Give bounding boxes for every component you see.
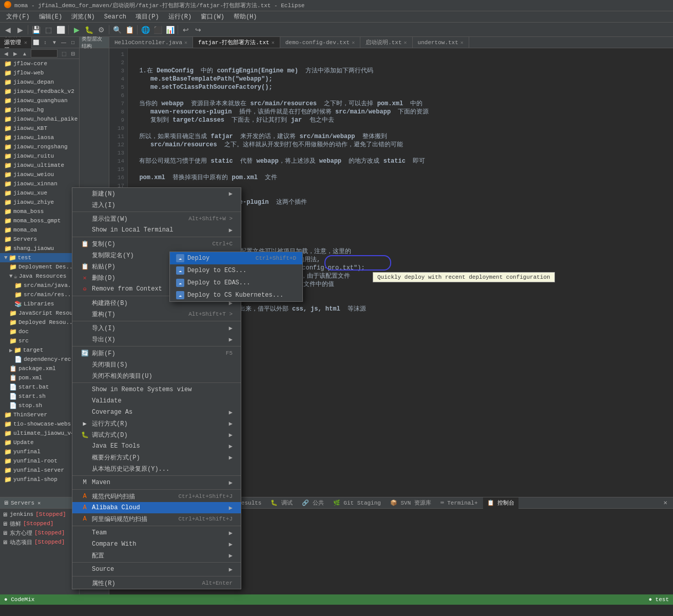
server-dongtai[interactable]: 🖥 动态项目 [Stopped] [0,537,79,547]
tree-item-package-xml[interactable]: 📋package.xml [0,364,79,373]
sidebar-max-btn[interactable]: □ [69,38,77,47]
ctx-copy[interactable]: 📋 复制(C) Ctrl+C [72,238,241,249]
sidebar-menu-btn[interactable]: ▼ [50,38,59,47]
ctx-ali-code-scan[interactable]: A 阿里编码规范约扫描 Ctrl+Alt+Shift+J [72,513,241,525]
ctx-close-unrelated[interactable]: 关闭不相关的项目(U) [72,370,241,381]
ctx-new[interactable]: 新建(N) ▶ [72,188,241,199]
ctx-enter[interactable]: 进入(I) [72,199,241,210]
tree-item-jiaowu-depan[interactable]: 📁jiaowu_depan [0,78,79,87]
tree-item-ultimate-jiaowu[interactable]: 📁ultimate_jiaowu_v4.3... [0,429,79,438]
ctx-team[interactable]: Team ▶ [72,527,241,538]
tree-item-jiaowu-xinnan[interactable]: 📁jiaowu_xinnan [0,179,79,188]
tree-item-stop-sh[interactable]: 📄stop.sh [0,401,79,410]
deploy-item-deploy[interactable]: ☁ Deploy Ctrl+Shift+D [170,252,302,264]
tree-item-tio-showcase[interactable]: 📁tio-showcase-webs... [0,419,79,429]
sidebar-tab-project-explorer[interactable]: 项目资源管理器 ✕ [0,37,32,48]
tree-item-deployment-des[interactable]: 📁Deployment Des... [0,262,79,272]
tab-fatjar-close-icon[interactable]: ✕ [272,40,275,46]
menu-navigate[interactable]: 浏览(N) [67,11,99,22]
ctx-code-scan[interactable]: A 规范代码约扫描 Ctrl+Alt+Shift+J [72,491,241,502]
tab-git-staging[interactable]: 🌿 Git Staging [329,497,385,509]
ctx-show-remote-systems[interactable]: Show in Remote Systems view [72,384,241,395]
tree-item-jiaowu-hg[interactable]: 📁jiaowu_hg [0,105,79,114]
tab-qidong[interactable]: 启动说明.txt ✕ [360,37,412,48]
menu-help[interactable]: 帮助(H) [229,11,261,22]
tree-item-jiaowu-feedback[interactable]: 📁jiaowu_feedback_v2 [0,87,79,96]
toolbar-btn-4[interactable]: ⚙ [95,24,107,35]
deploy-item-edas[interactable]: ☁ Deploy to EDAS... [170,277,302,289]
tab-terminal-plus[interactable]: ⌨ Terminal+ [436,497,482,509]
tree-item-jiaowu-rongshang[interactable]: 📁jiaowu_rongshang [0,142,79,151]
toolbar-back-btn[interactable]: ◀ [2,24,13,35]
tree-item-jflow-web[interactable]: 📁jflow-web [0,68,79,78]
ctx-show-local-terminal[interactable]: Show in Local Terminal ▶ [72,224,241,236]
sidebar-sync-btn[interactable]: ↕ [41,38,49,47]
ctx-configure[interactable]: 配置 ▶ [72,550,241,561]
tree-item-jiaowu-zhiye[interactable]: 📁jiaowu_zhiye [0,198,79,207]
ctx-debug-as[interactable]: 🐛 调试方式(D) ▶ [72,429,241,440]
tree-item-update[interactable]: 📁Update [0,438,79,447]
tree-item-start-bat[interactable]: 📄start.bat [0,382,79,392]
tab-undertow-close-icon[interactable]: ✕ [460,40,464,46]
tree-item-moma-boss-gmpt[interactable]: 📁moma_boss_gmpt [0,216,79,225]
ctx-restore-local-history[interactable]: 从本地历史记录复原(Y)... [72,463,241,474]
toolbar-redo-btn[interactable]: ↪ [193,24,204,35]
tree-item-jiaowu-laosa[interactable]: 📁jiaowu_laosa [0,133,79,142]
toolbar-btn-8[interactable]: ⬛ [152,24,163,35]
ctx-profile-as[interactable]: 概要分析方式(P) ▶ [72,452,241,463]
toolbar-btn-3[interactable]: ⬜ [55,24,66,35]
tree-item-target[interactable]: ▶📁target [0,345,79,355]
sidebar-min-btn[interactable]: — [60,38,68,47]
tree-item-servers[interactable]: 📁Servers [0,235,79,244]
ctx-source[interactable]: Source ▶ [72,564,241,575]
menu-run[interactable]: 运行(R) [164,11,196,22]
menu-edit[interactable]: 编辑(E) [35,11,67,22]
ctx-run-as[interactable]: ▶ 运行方式(R) ▶ [72,418,241,429]
ctx-refactor[interactable]: 重构(T) Alt+Shift+T > [72,309,241,320]
ctx-close-project[interactable]: 关闭项目(S) [72,359,241,370]
tree-item-libraries[interactable]: 📚Libraries [0,299,79,309]
deploy-item-kubernetes[interactable]: ☁ Deploy to CS Kubernetes... [170,289,302,301]
sidebar-view-btn[interactable]: ⬚ [60,49,68,57]
tree-item-pom-xml[interactable]: 📋pom.xml [0,373,79,382]
tree-item-dependency-rec[interactable]: 📄dependency-rec... [0,355,79,364]
tab-qidong-close-icon[interactable]: ✕ [404,40,407,46]
toolbar-save-btn[interactable]: 💾 [30,24,42,35]
tab-demo-config-close-icon[interactable]: ✕ [352,40,355,46]
bottom-panel-close-btn[interactable]: ✕ [660,497,671,509]
tree-item-jiaowu-weiou[interactable]: 📁jiaowu_weiou [0,170,79,179]
tree-item-moma-oa[interactable]: 📁moma_oa [0,225,79,235]
tab-public[interactable]: 🔗 公共 [298,497,328,509]
menu-project[interactable]: 项目(P) [131,11,163,22]
ctx-properties[interactable]: 属性(R) Alt+Enter [72,578,241,589]
tab-hello-controller[interactable]: HelloController.java ✕ [109,37,193,48]
tree-item-jiaowu-ruitu[interactable]: 📁jiaowu_ruitu [0,151,79,161]
tree-item-yunfinal-root[interactable]: 📁yunfinal-root [0,456,79,466]
tab-console[interactable]: 📋 控制台 [483,497,519,509]
tree-item-yunfinal-shop[interactable]: 📁yunfinal-shop [0,475,79,484]
tree-item-jiaowu-houhai[interactable]: 📁jiaowu_houhai_paike [0,114,79,124]
ctx-validate[interactable]: Validate [72,395,241,407]
toolbar-debug-btn[interactable]: 🐛 [83,24,94,35]
tab-svn[interactable]: 📦 SVN 资源库 [386,497,435,509]
tab-debug[interactable]: 🐛 调试 [266,497,297,509]
tree-item-src[interactable]: 📁src [0,336,79,345]
ctx-coverage-as[interactable]: Coverage As ▶ [72,407,241,418]
tree-item-start-sh[interactable]: 📄start.sh [0,392,79,401]
tree-item-src-main-res[interactable]: 📁src/main/res... [0,290,79,299]
deploy-item-ecs[interactable]: ☁ Deploy to ECS... [170,264,302,277]
tab-demo-config[interactable]: demo-config-dev.txt ✕ [280,37,360,48]
tree-item-deployed-res[interactable]: 📁Deployed Resou... [0,318,79,327]
toolbar-btn-7[interactable]: 🌐 [140,24,151,35]
ctx-java-ee-tools[interactable]: Java EE Tools ▶ [72,440,241,452]
sidebar-collapse-btn[interactable]: ⬜ [32,38,40,47]
server-dexian[interactable]: 🖥 德鲜 [Stopped] [0,519,79,528]
menu-search[interactable]: Search [100,12,130,22]
sidebar-back-btn[interactable]: ◀ [2,49,10,57]
toolbar-run-btn[interactable]: ▶ [71,24,82,35]
tree-item-jflow-core[interactable]: 📁jflow-core [0,59,79,68]
sidebar-close-icon[interactable]: ✕ [24,40,27,46]
ctx-export[interactable]: 导出(X) ▶ [72,334,241,345]
tree-item-doc[interactable]: 📁doc [0,327,79,336]
tree-item-js-resources[interactable]: 📁JavaScript Resou... [0,309,79,318]
